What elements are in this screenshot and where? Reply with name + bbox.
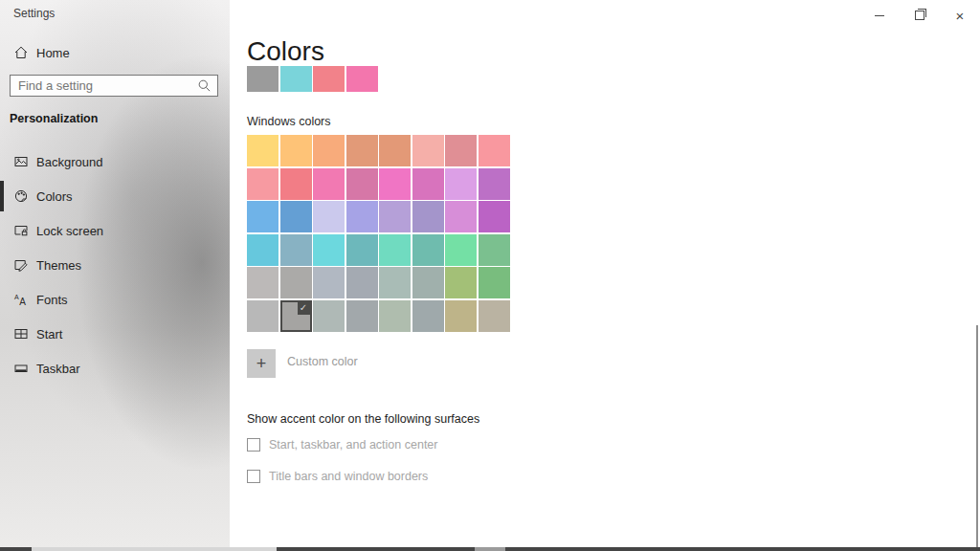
accent-surfaces-label: Show accent color on the following surfa… [247, 412, 479, 426]
color-swatch[interactable] [313, 300, 345, 332]
window-title: Settings [13, 7, 55, 20]
taskbar-edge-segment [475, 547, 505, 551]
color-swatch[interactable] [313, 135, 345, 166]
color-swatch[interactable] [379, 135, 411, 166]
color-swatch[interactable] [412, 201, 444, 232]
color-swatch[interactable] [280, 267, 312, 298]
color-swatch[interactable] [346, 168, 378, 200]
recent-colors-row [247, 66, 378, 92]
color-swatch[interactable] [412, 300, 444, 332]
color-swatch[interactable] [412, 135, 444, 166]
recent-color-swatch[interactable] [280, 66, 312, 92]
sidebar-item-themes[interactable]: Themes [0, 248, 230, 282]
sidebar-item-taskbar[interactable]: Taskbar [0, 351, 230, 386]
fonts-icon: AA [13, 292, 29, 307]
palette-icon [13, 188, 29, 204]
plus-icon: + [256, 355, 267, 372]
color-swatch[interactable] [247, 168, 278, 200]
windows-colors-grid: ✓ [247, 135, 510, 332]
color-swatch[interactable] [412, 267, 444, 298]
color-swatch[interactable] [346, 300, 378, 332]
recent-color-swatch[interactable] [346, 66, 378, 92]
check-icon: ✓ [300, 303, 307, 313]
color-swatch[interactable] [247, 300, 278, 332]
taskbar-edge-segment [32, 547, 277, 551]
color-swatch[interactable] [247, 201, 278, 232]
sidebar-item-label: Start [36, 327, 62, 342]
color-swatch[interactable] [412, 234, 444, 266]
home-icon [13, 45, 29, 60]
checkbox-label: Start, taskbar, and action center [269, 438, 438, 452]
sidebar: Home Personalization BackgroundColorsLoc… [0, 0, 230, 547]
sidebar-item-label: Colors [36, 189, 73, 204]
color-swatch[interactable] [280, 135, 312, 166]
close-button[interactable]: × [940, 0, 980, 31]
color-swatch[interactable] [445, 300, 477, 332]
accent-surface-option: Title bars and window borders [247, 470, 630, 483]
sidebar-item-lock-screen[interactable]: Lock screen [0, 213, 230, 248]
search-icon [197, 78, 212, 93]
custom-color-label: Custom color [287, 355, 358, 368]
color-swatch[interactable] [445, 168, 477, 200]
windows-colors-label: Windows colors [247, 115, 331, 128]
color-swatch[interactable] [346, 234, 378, 266]
home-label: Home [36, 46, 70, 60]
color-swatch[interactable] [280, 201, 312, 232]
sidebar-item-fonts[interactable]: AAFonts [0, 282, 230, 317]
minimize-button[interactable] [859, 0, 900, 31]
recent-color-swatch[interactable] [313, 66, 345, 92]
color-swatch[interactable] [379, 168, 411, 200]
color-swatch[interactable] [445, 267, 477, 298]
color-swatch[interactable] [445, 135, 477, 166]
sidebar-item-home[interactable]: Home [0, 35, 230, 70]
checkbox-label: Title bars and window borders [269, 470, 428, 483]
color-swatch[interactable] [379, 234, 411, 266]
color-swatch[interactable] [313, 201, 345, 232]
color-swatch[interactable] [346, 201, 378, 232]
color-swatch-selected[interactable]: ✓ [280, 300, 312, 332]
sidebar-item-background[interactable]: Background [0, 144, 230, 179]
color-swatch[interactable] [313, 168, 345, 200]
color-swatch[interactable] [379, 201, 411, 232]
color-swatch[interactable] [479, 300, 510, 332]
window-controls: × [859, 0, 980, 31]
color-swatch[interactable] [313, 267, 345, 298]
custom-color-button[interactable]: + [247, 349, 276, 378]
color-swatch[interactable] [247, 234, 278, 266]
svg-text:A: A [19, 297, 26, 307]
color-swatch[interactable] [379, 267, 411, 298]
checkbox[interactable] [247, 438, 260, 452]
color-swatch[interactable] [313, 234, 345, 266]
color-swatch[interactable] [346, 267, 378, 298]
color-swatch[interactable] [280, 234, 312, 266]
personalization-section-label: Personalization [10, 112, 98, 125]
color-swatch[interactable] [247, 267, 278, 298]
color-swatch[interactable] [412, 168, 444, 200]
color-swatch[interactable] [479, 135, 510, 166]
sidebar-item-colors[interactable]: Colors [0, 179, 230, 213]
color-swatch[interactable] [445, 234, 477, 266]
color-swatch[interactable] [247, 135, 278, 166]
selected-check-badge: ✓ [298, 302, 310, 315]
sidebar-item-start[interactable]: Start [0, 317, 230, 351]
recent-color-swatch[interactable] [247, 66, 278, 92]
page-title: Colors [247, 36, 324, 67]
checkbox[interactable] [247, 470, 260, 483]
sidebar-item-label: Themes [36, 258, 81, 273]
taskbar-icon [13, 361, 29, 376]
color-swatch[interactable] [479, 234, 510, 266]
restore-button[interactable] [900, 0, 940, 31]
color-swatch[interactable] [445, 201, 477, 232]
scrollbar[interactable] [976, 325, 978, 548]
color-swatch[interactable] [479, 201, 510, 232]
search-box [10, 75, 218, 97]
color-swatch[interactable] [479, 267, 510, 298]
sidebar-item-label: Taskbar [36, 362, 80, 376]
taskbar-edge [0, 547, 980, 551]
search-input[interactable] [10, 75, 218, 97]
color-swatch[interactable] [346, 135, 378, 166]
color-swatch[interactable] [479, 168, 510, 200]
sidebar-item-label: Background [36, 155, 102, 169]
color-swatch[interactable] [280, 168, 312, 200]
color-swatch[interactable] [379, 300, 411, 332]
